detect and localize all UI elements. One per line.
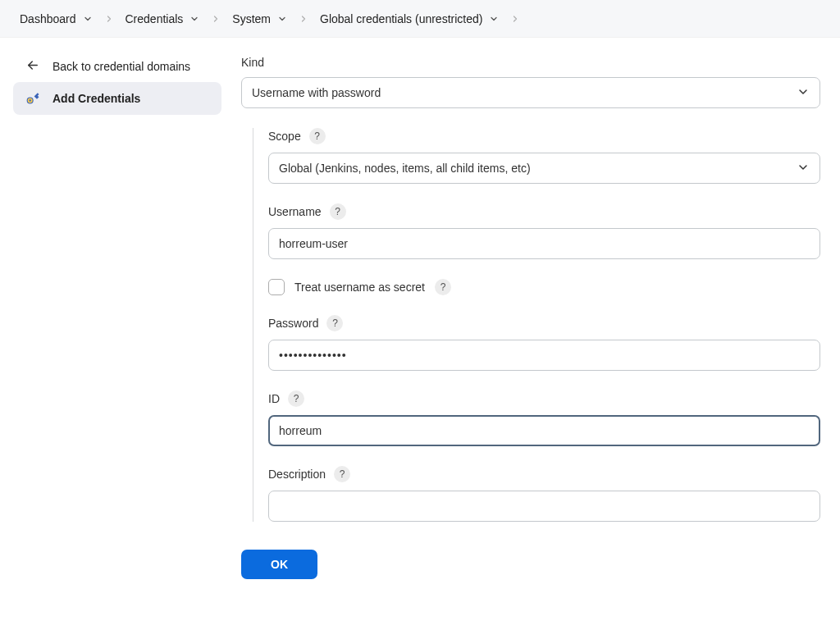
- svg-point-2: [30, 99, 31, 101]
- main-content: Kind Username with password Scope ? Glob…: [235, 38, 840, 630]
- breadcrumb-item-credentials[interactable]: Credentials: [126, 12, 200, 25]
- breadcrumb-item-global[interactable]: Global credentials (unrestricted): [320, 12, 499, 25]
- username-input[interactable]: [268, 228, 820, 259]
- breadcrumb-label: System: [232, 12, 271, 25]
- breadcrumb-item-dashboard[interactable]: Dashboard: [20, 12, 93, 25]
- sidebar-item-label: Back to credential domains: [52, 60, 190, 73]
- chevron-down-icon: [797, 85, 810, 101]
- chevron-right-icon: [104, 14, 114, 24]
- chevron-down-icon: [277, 14, 287, 24]
- password-input[interactable]: ••••••••••••••: [268, 340, 820, 371]
- arrow-up-left-icon: [25, 59, 41, 74]
- sidebar-item-add-credentials[interactable]: Add Credentials: [13, 82, 221, 115]
- kind-label: Kind: [241, 56, 264, 69]
- chevron-down-icon: [189, 14, 199, 24]
- id-input[interactable]: [268, 415, 820, 446]
- chevron-right-icon: [510, 14, 520, 24]
- chevron-down-icon: [83, 14, 93, 24]
- sidebar-item-label: Add Credentials: [52, 92, 140, 105]
- help-icon[interactable]: ?: [334, 466, 350, 482]
- password-label: Password: [268, 317, 318, 330]
- sidebar-item-back[interactable]: Back to credential domains: [13, 51, 221, 82]
- password-value: ••••••••••••••: [279, 349, 347, 362]
- treat-secret-checkbox[interactable]: [268, 279, 285, 295]
- scope-label: Scope: [268, 130, 301, 143]
- key-icon: [25, 90, 41, 107]
- help-icon[interactable]: ?: [330, 203, 346, 220]
- help-icon[interactable]: ?: [326, 315, 343, 331]
- kind-value: Username with password: [252, 86, 381, 99]
- kind-select[interactable]: Username with password: [241, 77, 820, 108]
- treat-secret-label: Treat username as secret: [294, 281, 425, 294]
- ok-button[interactable]: OK: [241, 550, 317, 579]
- chevron-right-icon: [211, 14, 221, 24]
- username-label: Username: [268, 205, 322, 218]
- chevron-down-icon: [489, 14, 499, 24]
- sidebar: Back to credential domains Add Credentia…: [0, 38, 235, 630]
- breadcrumb-item-system[interactable]: System: [232, 12, 287, 25]
- description-input[interactable]: [268, 491, 820, 522]
- breadcrumb-label: Credentials: [126, 12, 184, 25]
- breadcrumb-label: Global credentials (unrestricted): [320, 12, 482, 25]
- help-icon[interactable]: ?: [435, 279, 451, 295]
- help-icon[interactable]: ?: [309, 128, 326, 144]
- id-label: ID: [268, 392, 280, 405]
- breadcrumb: Dashboard Credentials System Global cred…: [0, 0, 840, 38]
- chevron-right-icon: [299, 14, 308, 24]
- breadcrumb-label: Dashboard: [20, 12, 76, 25]
- description-label: Description: [268, 468, 326, 481]
- chevron-down-icon: [797, 161, 810, 176]
- help-icon[interactable]: ?: [288, 390, 304, 407]
- scope-value: Global (Jenkins, nodes, items, all child…: [279, 162, 531, 175]
- scope-select[interactable]: Global (Jenkins, nodes, items, all child…: [268, 153, 820, 184]
